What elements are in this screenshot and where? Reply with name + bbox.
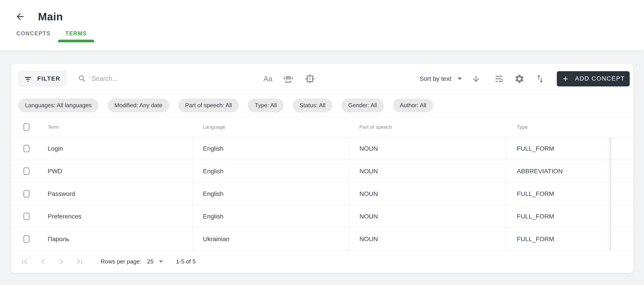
next-page-icon[interactable] bbox=[56, 257, 66, 267]
table-row[interactable]: Login English NOUN FULL_FORM bbox=[11, 137, 633, 160]
row-checkbox[interactable] bbox=[24, 145, 30, 152]
part-of-speech-cell: NOUN bbox=[349, 137, 506, 160]
rows-per-page-caret-icon[interactable] bbox=[159, 260, 163, 263]
term-cell: Password bbox=[48, 190, 75, 197]
type-cell: FULL_FORM bbox=[506, 205, 611, 228]
tab-concepts-label: CONCEPTS bbox=[16, 30, 50, 37]
tab-terms-label: TERMS bbox=[65, 30, 87, 37]
type-cell: ABBREVIATION bbox=[506, 160, 611, 182]
table-body: Login English NOUN FULL_FORM PWD English… bbox=[11, 137, 633, 250]
column-header-term: Term bbox=[48, 124, 59, 130]
row-checkbox[interactable] bbox=[24, 167, 30, 175]
type-cell: FULL_FORM bbox=[506, 137, 611, 160]
term-cell: Preferences bbox=[48, 213, 82, 220]
page-title: Main bbox=[38, 11, 63, 23]
focus-frame-icon[interactable] bbox=[304, 73, 315, 84]
row-checkbox[interactable] bbox=[24, 190, 30, 197]
language-cell: Ukrainian bbox=[192, 228, 349, 250]
sort-select[interactable]: Sort by text bbox=[420, 74, 481, 84]
column-header-type: Type bbox=[506, 117, 611, 137]
part-of-speech-cell: NOUN bbox=[349, 205, 506, 228]
search-icon bbox=[78, 74, 87, 83]
table-row[interactable]: Preferences English NOUN FULL_FORM bbox=[11, 205, 633, 228]
row-checkbox[interactable] bbox=[24, 235, 30, 243]
match-case-icon[interactable]: Aa bbox=[264, 75, 272, 82]
back-button[interactable] bbox=[15, 11, 26, 22]
first-page-icon[interactable] bbox=[20, 257, 30, 267]
tab-concepts[interactable]: CONCEPTS bbox=[9, 25, 58, 42]
rows-per-page-value[interactable]: 25 bbox=[147, 258, 154, 265]
filter-chip[interactable]: Gender: All bbox=[341, 99, 384, 112]
sort-caret-icon bbox=[458, 78, 462, 80]
add-concept-button[interactable]: ADD CONCEPT bbox=[557, 71, 630, 86]
tab-bar: CONCEPTS TERMS bbox=[9, 25, 644, 42]
column-header-language: Language bbox=[192, 117, 349, 137]
terms-table: Term Language Part of speech Type Login … bbox=[11, 117, 633, 250]
plus-icon bbox=[562, 75, 569, 83]
app-header: Main CONCEPTS TERMS bbox=[0, 0, 644, 51]
filter-chip[interactable]: Part of speech: All bbox=[178, 99, 239, 112]
part-of-speech-cell: NOUN bbox=[349, 228, 506, 250]
sort-direction-down-icon[interactable] bbox=[471, 74, 481, 84]
table-row[interactable]: PWD English NOUN ABBREVIATION bbox=[11, 160, 633, 182]
language-cell: English bbox=[192, 160, 349, 182]
term-cell: Login bbox=[48, 145, 63, 152]
table-row[interactable]: Пароль Ukrainian NOUN FULL_FORM bbox=[11, 228, 633, 250]
table-row[interactable]: Password English NOUN FULL_FORM bbox=[11, 182, 633, 205]
terms-card: FILTER Aa bbox=[11, 64, 633, 273]
whole-word-icon[interactable] bbox=[283, 74, 294, 84]
page-range-label: 1-5 of 5 bbox=[176, 258, 196, 265]
row-checkbox[interactable] bbox=[24, 213, 30, 220]
swap-vert-icon[interactable] bbox=[535, 74, 545, 84]
tab-terms[interactable]: TERMS bbox=[58, 25, 94, 42]
last-page-icon[interactable] bbox=[75, 257, 84, 267]
language-cell: English bbox=[192, 137, 349, 160]
add-concept-label: ADD CONCEPT bbox=[575, 75, 625, 82]
search-input[interactable] bbox=[92, 75, 262, 82]
filter-chip[interactable]: Modified: Any date bbox=[108, 99, 169, 112]
table-header-row: Term Language Part of speech Type bbox=[11, 117, 633, 137]
filter-chip[interactable]: Languages: All languages bbox=[18, 99, 98, 112]
prev-page-icon[interactable] bbox=[38, 257, 48, 267]
filter-chip[interactable]: Status: All bbox=[293, 99, 332, 112]
filter-icon bbox=[24, 76, 32, 82]
search-box bbox=[78, 74, 262, 83]
wrap-text-icon[interactable] bbox=[494, 74, 504, 84]
pagination-bar: Rows per page: 25 1-5 of 5 bbox=[11, 250, 633, 273]
column-header-part-of-speech: Part of speech bbox=[349, 117, 506, 137]
active-tab-indicator bbox=[58, 40, 94, 42]
language-cell: English bbox=[192, 182, 349, 205]
table-action-icons bbox=[494, 74, 545, 84]
search-option-icons: Aa bbox=[264, 73, 315, 84]
back-arrow-icon bbox=[15, 12, 25, 22]
sort-label: Sort by text bbox=[420, 75, 451, 82]
part-of-speech-cell: NOUN bbox=[349, 160, 506, 182]
select-all-checkbox[interactable] bbox=[24, 123, 30, 131]
filter-button-label: FILTER bbox=[37, 75, 60, 82]
rows-per-page-label: Rows per page: bbox=[100, 258, 141, 265]
toolbar: FILTER Aa bbox=[11, 64, 633, 94]
filter-button[interactable]: FILTER bbox=[18, 71, 66, 86]
type-cell: FULL_FORM bbox=[506, 228, 611, 250]
filter-chip[interactable]: Author: All bbox=[393, 99, 433, 112]
term-cell: Пароль bbox=[48, 235, 69, 243]
type-cell: FULL_FORM bbox=[506, 182, 611, 205]
part-of-speech-cell: NOUN bbox=[349, 182, 506, 205]
filter-chip[interactable]: Type: All bbox=[248, 99, 284, 112]
filter-chips: Languages: All languagesModified: Any da… bbox=[11, 94, 633, 117]
language-cell: English bbox=[192, 205, 349, 228]
term-cell: PWD bbox=[48, 168, 62, 175]
settings-gear-icon[interactable] bbox=[514, 74, 524, 84]
